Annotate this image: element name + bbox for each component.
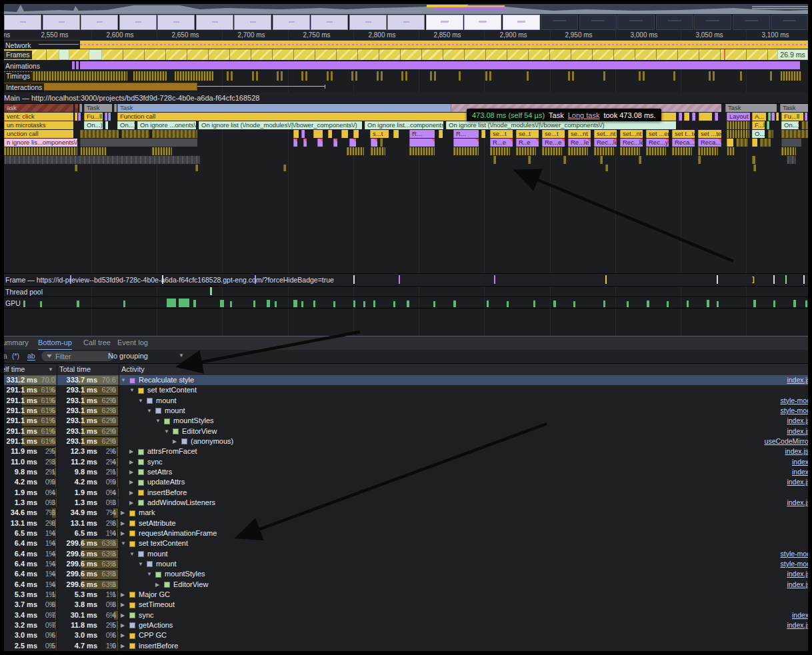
table-row[interactable]: 34.6 ms7.3 %34.9 ms7.4 %▶mark [0, 508, 812, 518]
table-row[interactable]: 3.2 ms0.7 %11.8 ms2.5 %▶getActionsindex.… [0, 620, 812, 630]
flame-block[interactable] [698, 147, 718, 155]
flame-block[interactable] [409, 147, 435, 155]
flame-block[interactable] [563, 156, 566, 164]
gpu-activity[interactable] [433, 301, 435, 307]
gpu-activity[interactable] [253, 301, 255, 307]
flame-block[interactable] [301, 130, 305, 138]
expand-down-icon[interactable]: ▼ [121, 375, 126, 385]
flame-block[interactable] [371, 139, 377, 147]
gpu-activity[interactable] [553, 301, 556, 307]
filmstrip-thumbnail[interactable] [426, 15, 463, 30]
timing-mark[interactable] [377, 71, 379, 81]
flame-block[interactable] [317, 139, 323, 147]
timing-mark[interactable] [603, 71, 605, 81]
filmstrip-thumbnail[interactable] [771, 15, 808, 30]
flame-block[interactable]: Re...le [568, 139, 591, 147]
flame-block[interactable] [152, 147, 172, 155]
gpu-track[interactable]: GPU [0, 297, 812, 309]
flame-block[interactable]: Fu...ll [781, 113, 803, 121]
gpu-activity[interactable] [275, 301, 277, 307]
gpu-activity[interactable] [773, 301, 775, 307]
column-activity[interactable]: Activity [121, 365, 145, 373]
timing-mark[interactable] [231, 71, 233, 81]
timing-mark[interactable] [351, 71, 353, 81]
flame-block[interactable] [528, 156, 531, 164]
flame-block[interactable] [328, 130, 332, 138]
gpu-activity[interactable] [193, 300, 196, 307]
gpu-activity[interactable] [123, 301, 125, 307]
timing-mark[interactable] [355, 71, 357, 81]
timing-mark[interactable] [485, 71, 487, 81]
flame-block[interactable] [333, 139, 337, 147]
table-row[interactable]: 1.3 ms0.3 %1.3 ms0.3 %▶addWindowListener… [0, 498, 812, 508]
flame-block[interactable] [393, 130, 399, 138]
gpu-activity[interactable] [267, 300, 270, 307]
flame-block[interactable] [75, 113, 77, 121]
expand-right-icon[interactable]: ▶ [121, 508, 125, 518]
filmstrip-thumbnail[interactable] [541, 15, 578, 30]
flame-block[interactable] [80, 147, 107, 155]
table-row[interactable]: 6.4 ms1.4 %299.6 ms63.3 %▶EditorViewinde… [0, 580, 812, 590]
filmstrip-thumbnail[interactable] [196, 15, 233, 30]
flame-block[interactable] [760, 139, 771, 147]
gpu-activity[interactable] [533, 301, 535, 307]
flame-block[interactable]: R... [453, 130, 479, 138]
flame-block[interactable] [79, 104, 82, 112]
tab-call-tree[interactable]: Call tree [83, 336, 111, 349]
source-link[interactable]: style-mod [780, 549, 811, 559]
flame-block[interactable] [439, 130, 443, 138]
flame-block[interactable]: s...t [370, 130, 389, 138]
flame-block[interactable]: A... [752, 113, 766, 121]
frame-block[interactable] [89, 49, 102, 60]
flame-block[interactable] [490, 147, 510, 155]
timing-mark[interactable] [281, 71, 283, 81]
expand-right-icon[interactable]: ▶ [173, 436, 177, 446]
flame-block[interactable]: F...l [752, 121, 765, 129]
timing-marks-cluster[interactable] [781, 71, 801, 81]
table-row[interactable]: 291.1 ms61.6 %293.1 ms62.0 %▼mountstyle-… [0, 406, 812, 416]
expand-right-icon[interactable]: ▶ [121, 518, 125, 528]
tab-summary[interactable]: ummary [2, 336, 29, 349]
expand-right-icon[interactable]: ▶ [121, 528, 125, 538]
flame-block[interactable]: O... [752, 130, 765, 138]
flame-block[interactable] [672, 147, 692, 155]
flame-block[interactable]: se..t [516, 130, 539, 138]
flame-block[interactable] [4, 156, 200, 164]
source-link[interactable]: useCodeMirror [765, 436, 811, 446]
expand-right-icon[interactable]: ▶ [121, 590, 125, 600]
flame-block[interactable]: n ignore lis...omponents\/) [4, 139, 77, 147]
filmstrip-thumbnail[interactable] [617, 15, 655, 30]
flame-block[interactable] [80, 139, 197, 147]
regex-icon[interactable]: (*) [12, 352, 19, 360]
flame-block[interactable] [699, 113, 712, 121]
timing-mark[interactable] [572, 71, 574, 81]
table-row[interactable]: 2.5 ms0.5 %4.7 ms1.0 %▶insertBefore [0, 641, 812, 651]
expand-right-icon[interactable]: ▶ [129, 446, 133, 456]
flame-block[interactable]: On ignore list (\/node_modules\/|\/bower… [199, 121, 362, 129]
flame-block[interactable] [75, 165, 77, 171]
flame-block[interactable]: se...t [490, 130, 513, 138]
timing-mark[interactable] [770, 71, 772, 81]
flame-block[interactable] [80, 130, 119, 138]
expand-right-icon[interactable]: ▶ [129, 457, 133, 467]
flame-block[interactable] [768, 113, 771, 121]
expand-right-icon[interactable]: ▶ [121, 641, 125, 651]
gpu-activity[interactable] [77, 301, 79, 307]
timing-mark[interactable] [709, 71, 711, 81]
flame-block[interactable]: R...e [490, 139, 513, 147]
filmstrip-thumbnail[interactable] [387, 15, 425, 30]
animation-block[interactable] [72, 61, 75, 69]
flame-block[interactable] [4, 147, 77, 155]
flame-block[interactable]: un microtasks [4, 121, 73, 129]
flame-block[interactable]: On ignore ...onents\/) [137, 121, 196, 129]
flame-block[interactable] [78, 113, 81, 121]
timing-mark[interactable] [713, 71, 715, 81]
frame-block[interactable] [59, 49, 69, 60]
source-link[interactable]: index.js [787, 498, 811, 508]
flame-block[interactable] [105, 113, 107, 121]
gpu-activity[interactable] [293, 300, 297, 307]
gpu-activity[interactable] [23, 301, 25, 307]
network-track-bar[interactable] [80, 41, 808, 49]
timing-mark[interactable] [252, 71, 254, 81]
source-link[interactable]: index.js [787, 477, 811, 487]
